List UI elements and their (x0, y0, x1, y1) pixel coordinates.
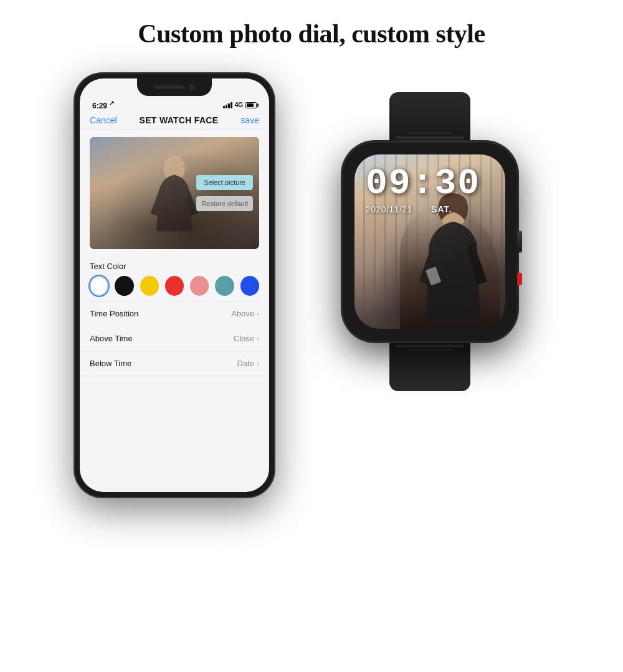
text-color-label: Text Color (80, 257, 269, 273)
below-time-row[interactable]: Below Time Date › (80, 351, 269, 376)
watch-crown-icon (517, 231, 522, 253)
watch-day-text: SAT. (431, 204, 452, 214)
time-position-chevron-icon: › (257, 310, 259, 318)
below-time-label: Below Time (90, 359, 131, 368)
color-swatch-teal[interactable] (215, 276, 234, 296)
phone-notch (137, 78, 212, 96)
battery-icon (245, 102, 257, 108)
watch-body: 09:30 2020/11/21 SAT. (343, 142, 517, 341)
watch-red-button (517, 273, 522, 285)
watch-band-top (389, 92, 470, 148)
below-time-value: Date › (237, 359, 259, 368)
color-swatches (80, 273, 269, 301)
select-picture-button[interactable]: Select picture (196, 175, 253, 190)
color-swatch-yellow[interactable] (140, 276, 159, 296)
status-bar: 6:29 ↗ 4G (80, 96, 269, 111)
network-type: 4G (235, 102, 243, 108)
signal-bar-4 (231, 102, 232, 108)
above-time-label: Above Time (90, 334, 133, 343)
band-bottom-svg (396, 340, 464, 353)
time-position-value: Above › (231, 309, 259, 318)
time-position-text: Above (231, 309, 254, 318)
devices-container: 6:29 ↗ 4G (12, 73, 611, 497)
battery-fill (247, 103, 254, 107)
signal-bar-3 (228, 103, 230, 108)
phone-wrapper: 6:29 ↗ 4G (75, 73, 274, 497)
watch-time-display: 09:30 2020/11/21 SAT. (354, 166, 505, 214)
status-right: 4G (223, 102, 257, 108)
phone-body: 6:29 ↗ 4G (75, 73, 274, 497)
color-swatch-blue[interactable] (240, 276, 259, 296)
below-time-chevron-icon: › (257, 359, 259, 368)
status-time: 6:29 ↗ (92, 100, 114, 110)
time-position-row[interactable]: Time Position Above › (80, 301, 269, 326)
above-time-row[interactable]: Above Time Close › (80, 326, 269, 351)
color-swatch-pink[interactable] (190, 276, 209, 296)
restore-default-button[interactable]: Restore default (196, 196, 253, 211)
above-time-value: Close › (234, 334, 259, 343)
phone-screen: 6:29 ↗ 4G (80, 78, 269, 492)
set-watch-face-title: SET WATCH FACE (140, 115, 219, 125)
select-restore-buttons: Select picture Restore default (196, 175, 253, 211)
watch-face-preview: Select picture Restore default (90, 137, 259, 249)
watch-date-text: 2020/11/21 (366, 204, 412, 214)
save-button[interactable]: save (240, 115, 259, 125)
below-time-text: Date (237, 359, 254, 368)
time-position-label: Time Position (90, 309, 138, 318)
signal-bars-icon (223, 102, 232, 108)
notch-speaker (154, 85, 185, 89)
signal-bar-1 (223, 106, 225, 108)
above-time-chevron-icon: › (257, 334, 259, 343)
color-swatch-red[interactable] (165, 276, 184, 296)
above-time-text: Close (234, 334, 254, 343)
watch-screen: 09:30 2020/11/21 SAT. (354, 154, 505, 329)
band-buckle-svg (396, 131, 464, 143)
watch-time-text: 09:30 (366, 166, 480, 202)
color-swatch-black[interactable] (115, 276, 133, 296)
watch-band-bottom (389, 335, 470, 391)
watch-date-day-row: 2020/11/21 SAT. (366, 204, 452, 214)
app-header: Cancel SET WATCH FACE save (80, 111, 269, 130)
cancel-button[interactable]: Cancel (90, 115, 117, 125)
page-title: Custom photo dial, custom style (138, 19, 485, 49)
watch-wrapper: 09:30 2020/11/21 SAT. (312, 92, 548, 478)
notch-camera (189, 84, 195, 90)
signal-bar-2 (226, 105, 227, 108)
color-swatch-white[interactable] (90, 276, 108, 296)
